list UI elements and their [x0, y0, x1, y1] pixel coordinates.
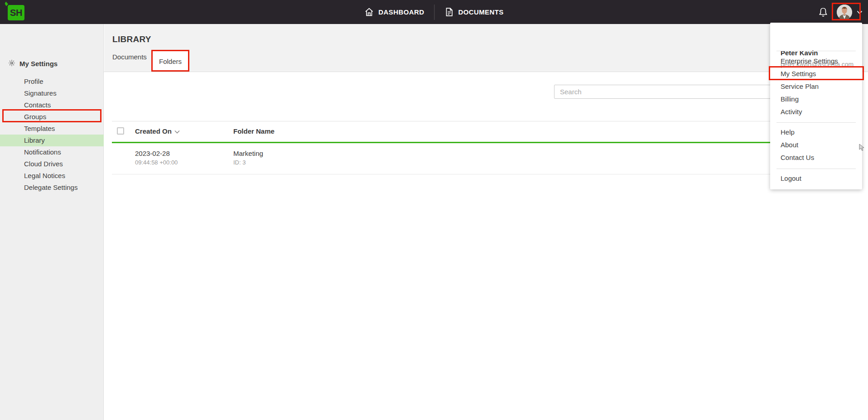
- user-name: Peter Kavin: [781, 49, 818, 57]
- document-icon: [444, 7, 453, 17]
- sidebar-item-signatures[interactable]: Signatures: [0, 87, 104, 99]
- sidebar-item-cloud-drives[interactable]: Cloud Drives: [0, 158, 104, 170]
- row-divider: [112, 174, 854, 174]
- menu-item-help[interactable]: Help: [781, 128, 795, 137]
- page-header-band: [104, 24, 868, 72]
- column-header-folder-name-label: Folder Name: [233, 127, 275, 135]
- menu-item-contact-us[interactable]: Contact Us: [781, 153, 814, 162]
- logo-text: SH: [10, 8, 22, 18]
- nav-dashboard-label: DASHBOARD: [378, 8, 424, 16]
- sidebar-item-profile[interactable]: Profile: [0, 76, 104, 87]
- avatar: [837, 5, 852, 20]
- content-area: [104, 72, 868, 420]
- select-all-checkbox[interactable]: [117, 127, 124, 135]
- column-header-folder-name: Folder Name: [233, 127, 275, 135]
- sidebar-item-notifications[interactable]: Notifications: [0, 146, 104, 158]
- menu-item-enterprise-settings[interactable]: Enterprise Settings: [781, 57, 838, 66]
- top-navigation: DASHBOARD DOCUMENTS: [364, 0, 503, 24]
- created-time: 09:44:58 +00:00: [135, 159, 178, 166]
- menu-item-billing[interactable]: Billing: [781, 95, 799, 104]
- gear-icon: [8, 59, 15, 68]
- menu-item-about[interactable]: About: [781, 140, 798, 150]
- folder-id: ID: 3: [233, 159, 263, 166]
- sidebar-item-library[interactable]: Library: [0, 135, 104, 146]
- user-avatar-button[interactable]: [837, 5, 863, 20]
- topbar-right-controls: [818, 0, 863, 24]
- settings-sidebar: My Settings Profile Signatures Contacts …: [0, 24, 104, 420]
- sidebar-header: My Settings: [8, 59, 58, 68]
- sort-chevron-icon: [174, 127, 180, 135]
- sidebar-item-legal-notices[interactable]: Legal Notices: [0, 170, 104, 182]
- menu-divider: [776, 51, 856, 51]
- menu-divider: [776, 169, 856, 169]
- sidebar-title: My Settings: [19, 60, 58, 68]
- tabs-divider: [104, 72, 868, 72]
- menu-divider: [776, 122, 856, 123]
- notifications-bell-icon[interactable]: [818, 7, 829, 18]
- top-bar: SH DASHBOARD DOCUMENTS: [0, 0, 868, 24]
- sidebar-item-delegate-settings[interactable]: Delegate Settings: [0, 182, 104, 193]
- nav-documents-label: DOCUMENTS: [458, 8, 503, 16]
- menu-item-logout[interactable]: Logout: [781, 174, 801, 183]
- user-dropdown-menu: Peter Kavin peter.kavin@ascertia.com Ent…: [770, 23, 862, 189]
- nav-documents[interactable]: DOCUMENTS: [444, 7, 503, 17]
- sidebar-item-groups[interactable]: Groups: [0, 111, 104, 123]
- column-header-created-on[interactable]: Created On: [135, 127, 180, 135]
- table-top-border: [112, 121, 854, 121]
- page-title: LIBRARY: [112, 34, 151, 44]
- tab-folders[interactable]: Folders: [153, 51, 188, 72]
- table-row[interactable]: 2023-02-28 09:44:58 +00:00 Marketing ID:…: [112, 143, 854, 174]
- nav-divider: [434, 5, 434, 20]
- sidebar-item-contacts[interactable]: Contacts: [0, 99, 104, 111]
- mouse-cursor: [859, 144, 865, 153]
- menu-item-service-plan[interactable]: Service Plan: [781, 82, 819, 91]
- row-created-on-cell: 2023-02-28 09:44:58 +00:00: [135, 150, 178, 166]
- sidebar-item-templates[interactable]: Templates: [0, 123, 104, 135]
- chevron-down-icon: [857, 8, 863, 16]
- tab-documents[interactable]: Documents: [112, 53, 147, 61]
- folder-name: Marketing: [233, 150, 263, 157]
- created-date: 2023-02-28: [135, 150, 178, 157]
- nav-dashboard[interactable]: DASHBOARD: [364, 7, 424, 17]
- column-header-created-on-label: Created On: [135, 127, 172, 135]
- app-logo[interactable]: SH: [8, 5, 24, 20]
- menu-item-my-settings[interactable]: My Settings: [781, 69, 816, 78]
- menu-item-activity[interactable]: Activity: [781, 107, 802, 116]
- row-folder-name-cell: Marketing ID: 3: [233, 150, 263, 166]
- home-icon: [364, 7, 374, 17]
